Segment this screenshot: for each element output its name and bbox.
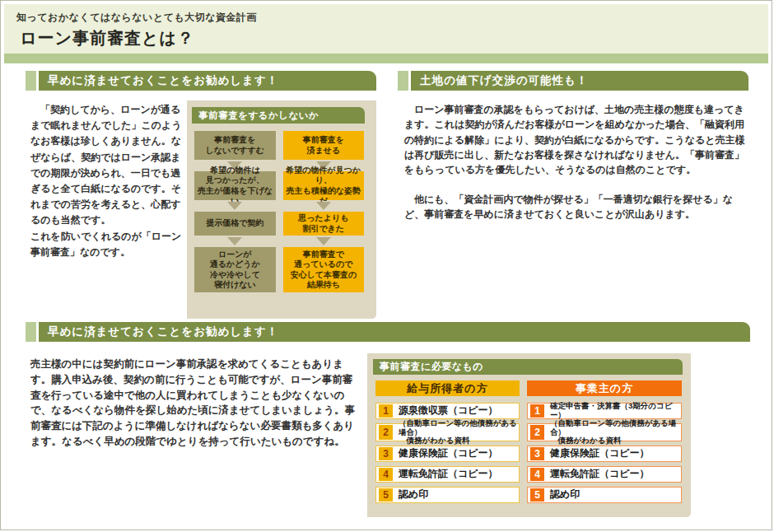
down-arrow-icon	[227, 202, 242, 210]
flowchart-do-or-not: 事前審査をするかしないか 事前審査を しないですすむ 事前審査を 済ませる 希望…	[187, 100, 376, 319]
page-title: ローン事前審査とは？	[20, 27, 760, 49]
checklist-grid: 給与所得者の方 1 源泉徴収票（コピー） 2 （自動車ローン等の他債務がある場合…	[373, 380, 685, 503]
checklist-item: 1 源泉徴収票（コピー）	[375, 403, 520, 419]
item-number: 5	[379, 488, 393, 502]
item-number: 4	[530, 468, 544, 481]
item-label: 認め印	[393, 488, 518, 502]
flow-step-yes-1: 事前審査を 済ませる	[283, 131, 364, 160]
flowchart-title: 事前審査をするかしないか	[192, 107, 365, 124]
heading-accent-square	[398, 71, 408, 91]
flow-step-no-4: ローンが 通るかどうか 冷や冷やして 寝付けない	[194, 247, 275, 292]
checklist-item: 5 認め印	[527, 487, 682, 503]
item-label: 健康保険証（コピー）	[544, 447, 680, 460]
checklist-required-documents: 事前審査に必要なもの 給与所得者の方 1 源泉徴収票（コピー） 2 （自動車ロー…	[367, 353, 691, 517]
checklist-item: 2 （自動車ローン等の他債務がある場合） 債務がわかる資料	[375, 423, 520, 441]
item-label: 確定申告書・決算書（3期分のコピー）	[544, 404, 680, 418]
item-label: 運転免許証（コピー）	[393, 468, 518, 481]
item-number: 3	[379, 447, 393, 460]
checklist-item: 3 健康保険証（コピー）	[375, 446, 520, 462]
flow-step-yes-3: 思ったよりも 割引できた	[283, 212, 364, 236]
section-price-negotiation: 土地の値下げ交渉の可能性も！ ローン事前審査の承認をもらっておけば、土地の売主様…	[398, 71, 748, 319]
main-content: 早めに済ませておくことをお勧めします！ 「契約してから、ローンが通るまで眠れませ…	[1, 63, 772, 517]
checklist-item: 2 （自動車ローン等の他債務がある場合） 債務がわかる資料	[527, 423, 682, 441]
item-label: （自動車ローン等の他債務がある場合） 債務がわかる資料	[544, 425, 680, 440]
item-label: 源泉徴収票（コピー）	[393, 404, 518, 418]
heading-accent-square	[26, 71, 36, 91]
negotiation-paragraph-2: 他にも、「資金計画内で物件が探せる」「一番適切な銀行を探せる」など、事前審査を早…	[404, 192, 745, 222]
section-heading-title: 早めに済ませておくことをお勧めします！	[39, 71, 376, 91]
flow-step-yes-4: 事前審査で 通っているので 安心して本審査の 結果待ち	[283, 247, 364, 292]
flow-arrow-row	[283, 236, 364, 247]
item-label: 認め印	[544, 488, 680, 502]
section-recommend-early-bottom: 早めに済ませておくことをお勧めします！ 売主様の中には契約前にローン事前承認を求…	[26, 322, 750, 517]
heading-accent-square	[26, 322, 36, 342]
item-number: 4	[379, 468, 393, 481]
checklist-column-salary: 給与所得者の方 1 源泉徴収票（コピー） 2 （自動車ローン等の他債務がある場合…	[375, 380, 520, 503]
section-heading: 早めに済ませておくことをお勧めします！	[26, 322, 750, 342]
down-arrow-icon	[316, 202, 331, 210]
flow-step-yes-2: 希望の物件が見つかり、 売主も積極的な姿勢だ	[283, 171, 364, 200]
item-number: 1	[379, 404, 393, 418]
section-heading-title: 土地の値下げ交渉の可能性も！	[411, 71, 748, 91]
intro-paragraph: 「契約してから、ローンが通るまで眠れませんでした」このようなお客様は珍しくありま…	[30, 102, 183, 319]
checklist-item: 4 運転免許証（コピー）	[527, 466, 682, 483]
item-number: 3	[530, 447, 544, 460]
flow-step-no-3: 提示価格で契約	[194, 212, 275, 236]
section-body: 売主様の中には契約前にローン事前承認を求めてくることもあります。購入申込み後、契…	[26, 353, 750, 517]
checklist-item: 5 認め印	[375, 487, 520, 503]
down-arrow-icon	[227, 237, 242, 245]
checklist-item: 3 健康保険証（コピー）	[527, 446, 682, 462]
section-heading-title: 早めに済ませておくことをお勧めします！	[39, 322, 750, 342]
flow-arrow-row	[194, 200, 275, 212]
business-column-header: 事業主の方	[527, 380, 682, 396]
item-label: （自動車ローン等の他債務がある場合） 債務がわかる資料	[393, 425, 518, 440]
checklist-title: 事前審査に必要なもの	[373, 359, 683, 375]
item-label: 健康保険証（コピー）	[393, 447, 518, 460]
item-label: 運転免許証（コピー）	[544, 468, 680, 481]
header-accent-band	[4, 54, 768, 63]
flowchart-grid: 事前審査を しないですすむ 事前審査を 済ませる 希望の物件は 見つかったが、 …	[191, 131, 370, 292]
down-arrow-icon	[316, 237, 331, 245]
flow-step-no-1: 事前審査を しないですすむ	[194, 131, 275, 160]
negotiation-paragraph-1: ローン事前審査の承認をもらっておけば、土地の売主様の態度も違ってきます。これは契…	[404, 102, 745, 178]
section-heading: 早めに済ませておくことをお勧めします！	[26, 71, 376, 91]
salary-column-header: 給与所得者の方	[375, 380, 520, 396]
section-heading: 土地の値下げ交渉の可能性も！	[398, 71, 748, 91]
section-body: 「契約してから、ローンが通るまで眠れませんでした」このようなお客様は珍しくありま…	[26, 100, 376, 319]
item-number: 2	[530, 425, 544, 440]
advice-paragraph: 売主様の中には契約前にローン事前承認を求めてくることもあります。購入申込み後、契…	[30, 357, 357, 517]
top-row: 早めに済ませておくことをお勧めします！ 「契約してから、ローンが通るまで眠れませ…	[26, 71, 750, 319]
flow-arrow-row	[194, 236, 275, 247]
checklist-item: 4 運転免許証（コピー）	[375, 466, 520, 483]
page: 知っておかなくてはならないとても大切な資金計画 ローン事前審査とは？ 早めに済ま…	[0, 0, 772, 530]
section-recommend-early: 早めに済ませておくことをお勧めします！ 「契約してから、ローンが通るまで眠れませ…	[26, 71, 376, 319]
flow-step-no-2: 希望の物件は 見つかったが、 売主が価格を下げない	[194, 171, 275, 200]
checklist-item: 1 確定申告書・決算書（3期分のコピー）	[527, 403, 682, 419]
checklist-column-business: 事業主の方 1 確定申告書・決算書（3期分のコピー） 2 （自動車ローン等の他債…	[527, 380, 682, 503]
header-subtitle: 知っておかなくてはならないとても大切な資金計画	[16, 11, 760, 25]
item-number: 5	[530, 488, 544, 502]
item-number: 1	[530, 404, 544, 418]
item-number: 2	[379, 425, 393, 440]
page-header: 知っておかなくてはならないとても大切な資金計画 ローン事前審査とは？	[4, 4, 768, 54]
flow-arrow-row	[283, 200, 364, 212]
